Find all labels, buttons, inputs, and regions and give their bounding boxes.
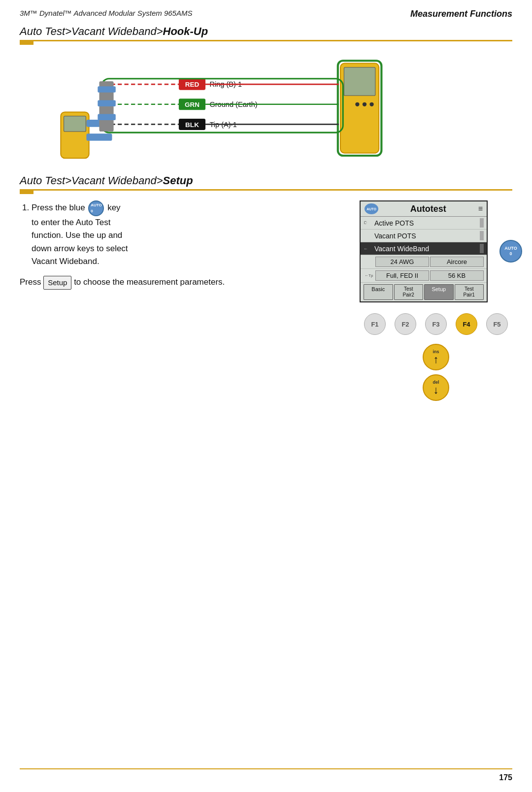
page-footer: 175 xyxy=(0,768,532,782)
svg-rect-29 xyxy=(98,114,115,121)
lcd-auto-icon: AUTO xyxy=(365,203,378,214)
lcd-cell-awg: 24 AWG xyxy=(375,257,429,267)
lcd-titlebar: AUTO Autotest ≡ xyxy=(361,201,487,217)
lcd-scrollbar1 xyxy=(480,218,484,228)
press-text: Press xyxy=(20,277,41,287)
nav-btn-down[interactable]: del ↓ xyxy=(423,374,449,401)
section1-heading: Auto Test>Vacant Wideband>Hook-Up xyxy=(0,19,532,38)
lcd-rows: 𝔒 Active POTS Vacant POTS ← Vacant WideB… xyxy=(361,217,487,301)
lcd-row1-text: Active POTS xyxy=(374,219,478,227)
svg-text:GRN: GRN xyxy=(185,101,200,108)
section2: Auto Test>Vacant Wideband>Setup xyxy=(0,168,532,191)
step1-c: to enter the Auto Test xyxy=(32,218,110,227)
page-header: 3M™ Dynatel™ Advanced Modular System 965… xyxy=(0,0,532,19)
nav-buttons: ins ↑ del ↓ xyxy=(360,344,512,401)
svg-rect-27 xyxy=(98,86,115,93)
svg-rect-4 xyxy=(344,67,375,96)
svg-point-5 xyxy=(355,102,359,106)
instruction-step1: Press the blue AUTO0 key to enter the Au… xyxy=(32,200,340,268)
svg-point-7 xyxy=(369,102,373,106)
lcd-screen: AUTO Autotest ≡ 𝔒 Active POTS Vacant POT… xyxy=(360,200,488,302)
header-left-text: 3M™ Dynatel™ Advanced Modular System 965… xyxy=(20,9,192,17)
section2-rule xyxy=(20,189,512,191)
lcd-scrollbar3 xyxy=(480,244,484,253)
lcd-cell-aircore: Aircore xyxy=(430,257,484,267)
section2-heading: Auto Test>Vacant Wideband>Setup xyxy=(0,168,532,187)
hookup-diagram: RED Ring (B)·1 GRN Ground (Earth) BLK Ti… xyxy=(20,50,512,164)
fkey-f4[interactable]: F4 xyxy=(456,313,477,335)
step1-f: Vacant Wideband. xyxy=(32,257,100,266)
step1-key: key xyxy=(107,203,120,212)
auto-button[interactable]: AUTO0 xyxy=(499,240,522,263)
footer-rule xyxy=(20,768,512,769)
lcd-row1-icon: 𝔒 xyxy=(364,220,374,226)
lcd-btn-testpair2[interactable]: TestPair2 xyxy=(394,284,424,300)
svg-rect-1 xyxy=(64,116,86,132)
step1-d: function. Use the up and xyxy=(32,231,122,240)
lcd-menu-icon: ≡ xyxy=(478,204,483,213)
lcd-row2-text: Vacant POTS xyxy=(374,232,478,240)
lcd-buttons-row: Basic TestPair2 Setup TestPair1 xyxy=(361,283,487,301)
press-rest: to choose the measurement parameters. xyxy=(74,277,225,287)
svg-point-6 xyxy=(363,102,366,106)
section2-heading-normal: Auto Test>Vacant Wideband> xyxy=(20,174,163,187)
lcd-btn-testpair1[interactable]: TestPair1 xyxy=(455,284,484,300)
section2-heading-bold: Setup xyxy=(163,174,193,187)
section1-rule xyxy=(20,40,512,41)
fkey-row: F1 F2 F3 F4 F5 xyxy=(360,313,512,335)
svg-rect-28 xyxy=(98,100,115,106)
step1-e: down arrow keys to select xyxy=(32,244,128,253)
section1-heading-bold: Hook-Up xyxy=(163,25,208,37)
fkey-f2[interactable]: F2 xyxy=(395,313,416,335)
step1-press: Press the blue xyxy=(32,203,85,212)
svg-text:RED: RED xyxy=(185,81,200,88)
instructions-list: Press the blue AUTO0 key to enter the Au… xyxy=(20,200,340,268)
lcd-cells-row1-icon xyxy=(364,257,374,267)
svg-text:BLK: BLK xyxy=(185,121,199,129)
nav-btn-up[interactable]: ins ↑ xyxy=(423,344,449,370)
device-mockup-col: AUTO0 AUTO Autotest ≡ 𝔒 Active POTS xyxy=(355,200,512,401)
auto-button-label: AUTO0 xyxy=(504,246,517,257)
section1-heading-normal: Auto Test>Vacant Wideband> xyxy=(20,25,163,37)
lcd-cell-fed: Full, FED II xyxy=(375,270,429,281)
lcd-row-active-pots: 𝔒 Active POTS xyxy=(361,217,487,230)
fkey-f1[interactable]: F1 xyxy=(364,313,386,335)
setup-key-display: Setup xyxy=(43,276,71,289)
lcd-cell-56kb: 56 KB xyxy=(430,270,484,281)
nav-up-arrow: ↑ xyxy=(433,354,439,365)
lcd-row-vacant-wideband: ← Vacant WideBand xyxy=(361,242,487,255)
auto-key-inline: AUTO0 xyxy=(88,200,104,216)
header-right-text: Measurement Functions xyxy=(410,9,512,19)
lcd-cells-row2: ←Tp Full, FED II 56 KB xyxy=(361,269,487,283)
svg-rect-9 xyxy=(86,133,112,141)
content-area: Press the blue AUTO0 key to enter the Au… xyxy=(0,191,532,401)
lcd-row3-icon: ← xyxy=(364,246,374,251)
nav-down-arrow: ↓ xyxy=(433,385,439,396)
hookup-svg: RED Ring (B)·1 GRN Ground (Earth) BLK Ti… xyxy=(20,50,512,164)
lcd-row-vacant-pots: Vacant POTS xyxy=(361,230,487,242)
lcd-cells-row1: 24 AWG Aircore xyxy=(361,255,487,269)
lcd-row-tp-icon: ←Tp xyxy=(364,270,374,281)
lcd-row3-text: Vacant WideBand xyxy=(374,245,478,253)
instructions-col: Press the blue AUTO0 key to enter the Au… xyxy=(20,200,340,401)
press-setup-para: Press Setup to choose the measurement pa… xyxy=(20,276,340,289)
fkey-f5[interactable]: F5 xyxy=(486,313,508,335)
footer-page-number: 175 xyxy=(20,773,512,782)
lcd-title: Autotest xyxy=(378,204,478,214)
lcd-btn-basic[interactable]: Basic xyxy=(364,284,393,300)
fkey-f3[interactable]: F3 xyxy=(425,313,447,335)
lcd-btn-setup[interactable]: Setup xyxy=(424,284,454,300)
lcd-scrollbar2 xyxy=(480,231,484,240)
